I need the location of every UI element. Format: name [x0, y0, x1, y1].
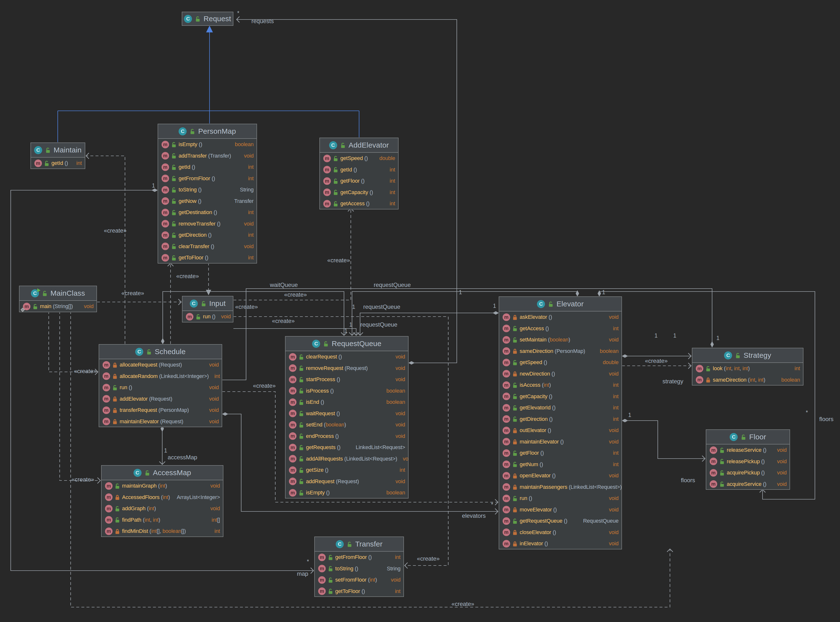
method-row-getAccess[interactable]: mgetAccess()int [320, 198, 398, 209]
method-row-removeTransfer[interactable]: mremoveTransfer()void [158, 218, 257, 230]
class-transfer[interactable]: CTransfermgetFromFloor()intmtoString()St… [314, 537, 404, 597]
method-row-releasePickup[interactable]: mreleasePickup()void [706, 456, 790, 467]
method-row-maintainPassengers[interactable]: mmaintainPassengers(LinkedList<Request>)… [499, 482, 622, 493]
method-row-clearTransfer[interactable]: mclearTransfer()void [158, 241, 257, 252]
method-row-getRequests[interactable]: mgetRequests()LinkedList<Request> [286, 442, 408, 453]
class-floor[interactable]: CFloormreleaseService()voidmreleasePicku… [706, 429, 790, 490]
method-row-getDirection[interactable]: mgetDirection()int [499, 413, 622, 425]
method-row-allocateRandom[interactable]: mallocateRandom(LinkedList<Integer>)int [99, 370, 222, 382]
method-row-getFloor[interactable]: mgetFloor()int [499, 447, 622, 459]
method-row-toString[interactable]: mtoString()String [158, 184, 257, 195]
class-schedule[interactable]: CSchedulemallocateRequest(Request)voidma… [99, 344, 222, 427]
class-input[interactable]: CInputmrun()void [182, 296, 234, 322]
method-row-removeRequest[interactable]: mremoveRequest(Request)void [286, 363, 408, 374]
method-row-look[interactable]: mlook(int, int, int)int [692, 363, 803, 374]
method-row-getRequestQueue[interactable]: mgetRequestQueue()RequestQueue [499, 515, 622, 527]
method-row-setMaintain[interactable]: msetMaintain(boolean)void [499, 334, 622, 346]
method-row-getSpeed[interactable]: mgetSpeed()double [499, 357, 622, 368]
method-row-getCapacity[interactable]: mgetCapacity()int [499, 391, 622, 402]
method-row-isAccess[interactable]: misAccess(int)int [499, 380, 622, 391]
method-row-getCapacity[interactable]: mgetCapacity()int [320, 187, 398, 198]
method-row-inElevator[interactable]: minElevator()void [499, 538, 622, 549]
method-row-run[interactable]: mrun()void [499, 493, 622, 504]
method-row-acquireService[interactable]: macquireService()void [706, 479, 790, 490]
method-row-getFromFloor[interactable]: mgetFromFloor()int [315, 552, 403, 563]
method-row-getId[interactable]: mgetId()int [320, 164, 398, 175]
method-row-maintainElevator[interactable]: mmaintainElevator()void [499, 436, 622, 448]
method-row-getNum[interactable]: mgetNum()int [499, 459, 622, 470]
method-row-acquirePickup[interactable]: macquirePickup()void [706, 467, 790, 479]
method-row-waitRequest[interactable]: mwaitRequest()void [286, 408, 408, 419]
class-mainclass[interactable]: CMainClassmmain(String[])void [19, 286, 97, 312]
class-accessmap[interactable]: CAccessMapmmaintainGraph(int)voidmAccess… [101, 465, 223, 537]
class-strategy[interactable]: CStrategymlook(int, int, int)intmsameDir… [692, 348, 803, 386]
class-addelevator[interactable]: CAddElevatormgetSpeed()doublemgetId()int… [319, 137, 399, 209]
method-row-findMinDist[interactable]: mfindMinDist(int[], boolean[])int [102, 526, 223, 537]
method-row-getFloor[interactable]: mgetFloor()int [320, 175, 398, 187]
method-row-addAllRequests[interactable]: maddAllRequests(LinkedList<Request>)void [286, 453, 408, 465]
method-row-getAccess[interactable]: mgetAccess()int [499, 323, 622, 334]
class-maintain[interactable]: CMaintainmgetId()int [31, 142, 85, 169]
class-header[interactable]: CRequest [182, 12, 233, 25]
method-row-newDirection[interactable]: mnewDirection()void [499, 368, 622, 380]
method-row-getToFloor[interactable]: mgetToFloor()int [158, 252, 257, 264]
method-row-getElevatorId[interactable]: mgetElevatorId()int [499, 402, 622, 413]
method-row-getNow[interactable]: mgetNow()Transfer [158, 195, 257, 207]
class-header[interactable]: CMaintain [31, 143, 85, 157]
method-row-findPath[interactable]: mfindPath(int, int)int[] [102, 514, 223, 526]
class-personmap[interactable]: CPersonMapmisEmpty()booleanmaddTransfer(… [157, 124, 257, 264]
class-header[interactable]: CMainClass [20, 286, 96, 301]
method-row-getSpeed[interactable]: mgetSpeed()double [320, 153, 398, 164]
method-row-releaseService[interactable]: mreleaseService()void [706, 444, 790, 456]
method-row-isProcess[interactable]: misProcess()boolean [286, 385, 408, 397]
method-row-getToFloor[interactable]: mgetToFloor()int [315, 586, 403, 597]
method-row-getSize[interactable]: mgetSize()int [286, 465, 408, 476]
method-row-getFromFloor[interactable]: mgetFromFloor()int [158, 173, 257, 184]
method-row-run[interactable]: mrun()void [99, 382, 222, 393]
method-row-toString[interactable]: mtoString()String [315, 563, 403, 575]
method-row-allocateRequest[interactable]: mallocateRequest(Request)void [99, 359, 222, 370]
method-row-sameDirection[interactable]: msameDirection(PersonMap)boolean [499, 346, 622, 357]
method-row-addElevator[interactable]: maddElevator(Request)void [99, 393, 222, 405]
method-row-getDestination[interactable]: mgetDestination()int [158, 207, 257, 218]
method-row-maintainGraph[interactable]: mmaintainGraph(int)void [102, 480, 223, 492]
method-row-openElevator[interactable]: mopenElevator()void [499, 470, 622, 482]
class-header[interactable]: CAddElevator [320, 138, 398, 153]
method-row-setEnd[interactable]: msetEnd(boolean)void [286, 419, 408, 431]
class-elevator[interactable]: CElevatormaskElevator()voidmgetAccess()i… [499, 296, 622, 549]
method-row-askElevator[interactable]: maskElevator()void [499, 311, 622, 323]
method-row-getId[interactable]: mgetId()int [31, 157, 85, 169]
method-row-clearRequest[interactable]: mclearRequest()void [286, 351, 408, 363]
method-row-addTransfer[interactable]: maddTransfer(Transfer)void [158, 150, 257, 162]
method-row-endProcess[interactable]: mendProcess()void [286, 431, 408, 442]
class-header[interactable]: CRequestQueue [286, 337, 408, 351]
method-row-isEmpty[interactable]: misEmpty()boolean [286, 487, 408, 499]
method-row-isEmpty[interactable]: misEmpty()boolean [158, 139, 257, 150]
class-header[interactable]: CStrategy [692, 348, 803, 363]
method-row-getId[interactable]: mgetId()int [158, 162, 257, 173]
class-header[interactable]: CTransfer [315, 537, 403, 552]
class-header[interactable]: CSchedule [99, 345, 222, 359]
class-header[interactable]: CPersonMap [158, 124, 257, 139]
method-row-addGraph[interactable]: maddGraph(int)void [102, 503, 223, 514]
method-row-addRequest[interactable]: maddRequest(Request)void [286, 476, 408, 487]
method-row-sameDirection[interactable]: msameDirection(int, int)boolean [692, 374, 803, 386]
method-row-getDirection[interactable]: mgetDirection()int [158, 229, 257, 241]
method-row-isEnd[interactable]: misEnd()boolean [286, 396, 408, 408]
method-row-moveElevator[interactable]: mmoveElevator()void [499, 504, 622, 515]
class-header[interactable]: CElevator [499, 297, 622, 311]
class-header[interactable]: CInput [182, 296, 233, 311]
class-requestqueue[interactable]: CRequestQueuemclearRequest()voidmremoveR… [285, 336, 409, 499]
method-row-outElevator[interactable]: moutElevator()void [499, 425, 622, 436]
class-request[interactable]: CRequest [182, 12, 234, 26]
method-row-startProcess[interactable]: mstartProcess()void [286, 374, 408, 385]
method-row-run[interactable]: mrun()void [182, 311, 233, 322]
method-row-main[interactable]: mmain(String[])void [20, 301, 96, 312]
method-row-transferRequest[interactable]: mtransferRequest(PersonMap)void [99, 404, 222, 416]
class-header[interactable]: CFloor [706, 430, 790, 444]
method-row-AccessedFloors[interactable]: mAccessedFloors(int)ArrayList<Integer> [102, 492, 223, 503]
method-row-maintainElevator[interactable]: mmaintainElevator(Request)void [99, 416, 222, 427]
method-row-setFromFloor[interactable]: msetFromFloor(int)void [315, 574, 403, 586]
class-header[interactable]: CAccessMap [102, 466, 223, 480]
uml-diagram-canvas[interactable]: { "diagram": {"background": "#282828", "… [0, 0, 840, 622]
